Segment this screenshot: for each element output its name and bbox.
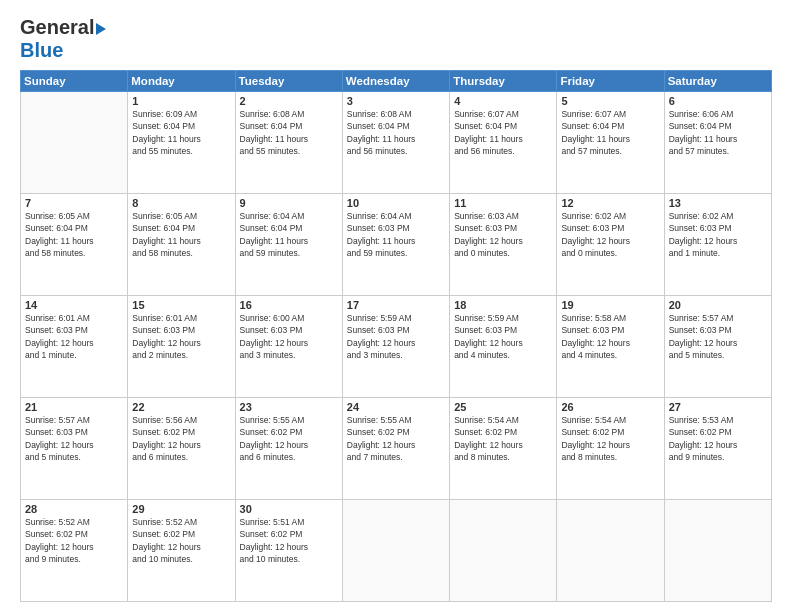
day-detail: Sunrise: 5:53 AM Sunset: 6:02 PM Dayligh… bbox=[669, 414, 767, 463]
col-header-monday: Monday bbox=[128, 71, 235, 92]
calendar-cell bbox=[342, 500, 449, 602]
day-number: 28 bbox=[25, 503, 123, 515]
logo-blue: Blue bbox=[20, 39, 63, 61]
calendar-cell: 10Sunrise: 6:04 AM Sunset: 6:03 PM Dayli… bbox=[342, 194, 449, 296]
day-number: 21 bbox=[25, 401, 123, 413]
col-header-sunday: Sunday bbox=[21, 71, 128, 92]
calendar-cell: 4Sunrise: 6:07 AM Sunset: 6:04 PM Daylig… bbox=[450, 92, 557, 194]
day-detail: Sunrise: 5:55 AM Sunset: 6:02 PM Dayligh… bbox=[347, 414, 445, 463]
calendar-cell: 13Sunrise: 6:02 AM Sunset: 6:03 PM Dayli… bbox=[664, 194, 771, 296]
day-number: 30 bbox=[240, 503, 338, 515]
day-number: 29 bbox=[132, 503, 230, 515]
day-number: 19 bbox=[561, 299, 659, 311]
logo: General Blue bbox=[20, 16, 106, 62]
calendar-week-row: 7Sunrise: 6:05 AM Sunset: 6:04 PM Daylig… bbox=[21, 194, 772, 296]
col-header-saturday: Saturday bbox=[664, 71, 771, 92]
col-header-wednesday: Wednesday bbox=[342, 71, 449, 92]
day-detail: Sunrise: 5:51 AM Sunset: 6:02 PM Dayligh… bbox=[240, 516, 338, 565]
day-detail: Sunrise: 6:09 AM Sunset: 6:04 PM Dayligh… bbox=[132, 108, 230, 157]
day-number: 14 bbox=[25, 299, 123, 311]
calendar-cell: 30Sunrise: 5:51 AM Sunset: 6:02 PM Dayli… bbox=[235, 500, 342, 602]
day-number: 16 bbox=[240, 299, 338, 311]
calendar-cell bbox=[21, 92, 128, 194]
col-header-thursday: Thursday bbox=[450, 71, 557, 92]
day-number: 18 bbox=[454, 299, 552, 311]
day-detail: Sunrise: 6:01 AM Sunset: 6:03 PM Dayligh… bbox=[132, 312, 230, 361]
calendar-cell bbox=[557, 500, 664, 602]
day-detail: Sunrise: 5:57 AM Sunset: 6:03 PM Dayligh… bbox=[669, 312, 767, 361]
day-detail: Sunrise: 5:59 AM Sunset: 6:03 PM Dayligh… bbox=[454, 312, 552, 361]
calendar-cell: 7Sunrise: 6:05 AM Sunset: 6:04 PM Daylig… bbox=[21, 194, 128, 296]
day-number: 6 bbox=[669, 95, 767, 107]
day-detail: Sunrise: 6:01 AM Sunset: 6:03 PM Dayligh… bbox=[25, 312, 123, 361]
calendar-cell: 3Sunrise: 6:08 AM Sunset: 6:04 PM Daylig… bbox=[342, 92, 449, 194]
calendar-cell: 12Sunrise: 6:02 AM Sunset: 6:03 PM Dayli… bbox=[557, 194, 664, 296]
calendar-cell: 2Sunrise: 6:08 AM Sunset: 6:04 PM Daylig… bbox=[235, 92, 342, 194]
day-detail: Sunrise: 6:06 AM Sunset: 6:04 PM Dayligh… bbox=[669, 108, 767, 157]
calendar-cell: 21Sunrise: 5:57 AM Sunset: 6:03 PM Dayli… bbox=[21, 398, 128, 500]
logo-general: General bbox=[20, 16, 94, 39]
day-number: 26 bbox=[561, 401, 659, 413]
day-detail: Sunrise: 5:57 AM Sunset: 6:03 PM Dayligh… bbox=[25, 414, 123, 463]
day-number: 15 bbox=[132, 299, 230, 311]
day-number: 10 bbox=[347, 197, 445, 209]
day-number: 24 bbox=[347, 401, 445, 413]
calendar-cell: 9Sunrise: 6:04 AM Sunset: 6:04 PM Daylig… bbox=[235, 194, 342, 296]
calendar-cell: 23Sunrise: 5:55 AM Sunset: 6:02 PM Dayli… bbox=[235, 398, 342, 500]
calendar-cell: 29Sunrise: 5:52 AM Sunset: 6:02 PM Dayli… bbox=[128, 500, 235, 602]
day-number: 3 bbox=[347, 95, 445, 107]
day-detail: Sunrise: 5:59 AM Sunset: 6:03 PM Dayligh… bbox=[347, 312, 445, 361]
day-detail: Sunrise: 5:55 AM Sunset: 6:02 PM Dayligh… bbox=[240, 414, 338, 463]
day-number: 13 bbox=[669, 197, 767, 209]
day-number: 20 bbox=[669, 299, 767, 311]
calendar-cell bbox=[450, 500, 557, 602]
calendar-cell: 1Sunrise: 6:09 AM Sunset: 6:04 PM Daylig… bbox=[128, 92, 235, 194]
page: General Blue SundayMondayTuesdayWednesda… bbox=[0, 0, 792, 612]
calendar-cell: 6Sunrise: 6:06 AM Sunset: 6:04 PM Daylig… bbox=[664, 92, 771, 194]
calendar-cell: 8Sunrise: 6:05 AM Sunset: 6:04 PM Daylig… bbox=[128, 194, 235, 296]
calendar-cell: 18Sunrise: 5:59 AM Sunset: 6:03 PM Dayli… bbox=[450, 296, 557, 398]
calendar-cell: 15Sunrise: 6:01 AM Sunset: 6:03 PM Dayli… bbox=[128, 296, 235, 398]
calendar-cell: 26Sunrise: 5:54 AM Sunset: 6:02 PM Dayli… bbox=[557, 398, 664, 500]
calendar-table: SundayMondayTuesdayWednesdayThursdayFrid… bbox=[20, 70, 772, 602]
calendar-cell: 27Sunrise: 5:53 AM Sunset: 6:02 PM Dayli… bbox=[664, 398, 771, 500]
calendar-cell: 25Sunrise: 5:54 AM Sunset: 6:02 PM Dayli… bbox=[450, 398, 557, 500]
day-detail: Sunrise: 6:08 AM Sunset: 6:04 PM Dayligh… bbox=[240, 108, 338, 157]
day-number: 2 bbox=[240, 95, 338, 107]
day-detail: Sunrise: 6:08 AM Sunset: 6:04 PM Dayligh… bbox=[347, 108, 445, 157]
day-detail: Sunrise: 5:58 AM Sunset: 6:03 PM Dayligh… bbox=[561, 312, 659, 361]
day-detail: Sunrise: 6:02 AM Sunset: 6:03 PM Dayligh… bbox=[669, 210, 767, 259]
day-detail: Sunrise: 6:07 AM Sunset: 6:04 PM Dayligh… bbox=[454, 108, 552, 157]
day-number: 8 bbox=[132, 197, 230, 209]
day-detail: Sunrise: 6:07 AM Sunset: 6:04 PM Dayligh… bbox=[561, 108, 659, 157]
day-detail: Sunrise: 5:52 AM Sunset: 6:02 PM Dayligh… bbox=[132, 516, 230, 565]
col-header-tuesday: Tuesday bbox=[235, 71, 342, 92]
day-detail: Sunrise: 5:54 AM Sunset: 6:02 PM Dayligh… bbox=[561, 414, 659, 463]
calendar-cell: 22Sunrise: 5:56 AM Sunset: 6:02 PM Dayli… bbox=[128, 398, 235, 500]
calendar-cell: 17Sunrise: 5:59 AM Sunset: 6:03 PM Dayli… bbox=[342, 296, 449, 398]
day-number: 22 bbox=[132, 401, 230, 413]
day-number: 7 bbox=[25, 197, 123, 209]
day-number: 5 bbox=[561, 95, 659, 107]
day-number: 4 bbox=[454, 95, 552, 107]
calendar-cell bbox=[664, 500, 771, 602]
calendar-cell: 19Sunrise: 5:58 AM Sunset: 6:03 PM Dayli… bbox=[557, 296, 664, 398]
calendar-cell: 11Sunrise: 6:03 AM Sunset: 6:03 PM Dayli… bbox=[450, 194, 557, 296]
day-detail: Sunrise: 6:02 AM Sunset: 6:03 PM Dayligh… bbox=[561, 210, 659, 259]
day-detail: Sunrise: 6:04 AM Sunset: 6:04 PM Dayligh… bbox=[240, 210, 338, 259]
calendar-cell: 16Sunrise: 6:00 AM Sunset: 6:03 PM Dayli… bbox=[235, 296, 342, 398]
day-detail: Sunrise: 6:00 AM Sunset: 6:03 PM Dayligh… bbox=[240, 312, 338, 361]
logo-arrow-icon bbox=[96, 23, 106, 35]
col-header-friday: Friday bbox=[557, 71, 664, 92]
day-number: 11 bbox=[454, 197, 552, 209]
calendar-header-row: SundayMondayTuesdayWednesdayThursdayFrid… bbox=[21, 71, 772, 92]
day-number: 17 bbox=[347, 299, 445, 311]
calendar-cell: 5Sunrise: 6:07 AM Sunset: 6:04 PM Daylig… bbox=[557, 92, 664, 194]
day-number: 9 bbox=[240, 197, 338, 209]
calendar-week-row: 21Sunrise: 5:57 AM Sunset: 6:03 PM Dayli… bbox=[21, 398, 772, 500]
day-detail: Sunrise: 5:56 AM Sunset: 6:02 PM Dayligh… bbox=[132, 414, 230, 463]
calendar-cell: 14Sunrise: 6:01 AM Sunset: 6:03 PM Dayli… bbox=[21, 296, 128, 398]
day-number: 12 bbox=[561, 197, 659, 209]
calendar-cell: 20Sunrise: 5:57 AM Sunset: 6:03 PM Dayli… bbox=[664, 296, 771, 398]
day-number: 27 bbox=[669, 401, 767, 413]
